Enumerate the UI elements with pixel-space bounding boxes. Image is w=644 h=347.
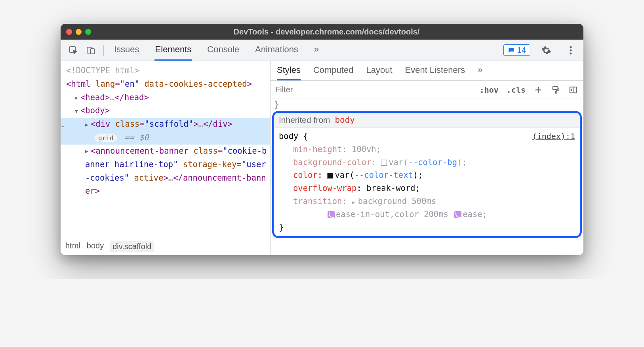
styles-subtabs: Styles Computed Layout Event Listeners » bbox=[271, 61, 583, 81]
filter-buttons: :hov .cls bbox=[474, 85, 583, 95]
html-element[interactable]: <html lang="en" data-cookies-accepted> bbox=[66, 78, 270, 91]
svg-rect-6 bbox=[553, 86, 558, 89]
subtab-styles[interactable]: Styles bbox=[277, 65, 301, 80]
tab-elements[interactable]: Elements bbox=[154, 40, 192, 61]
device-toggle-icon[interactable] bbox=[85, 45, 96, 56]
inspect-icon[interactable] bbox=[68, 45, 79, 56]
traffic-lights bbox=[66, 29, 91, 35]
styles-body: } Inherited from body body { (index):1 m… bbox=[271, 99, 583, 255]
filter-input[interactable] bbox=[271, 81, 474, 99]
hov-toggle[interactable]: :hov bbox=[480, 85, 499, 95]
maximize-icon[interactable] bbox=[85, 29, 91, 35]
svg-rect-2 bbox=[91, 49, 94, 54]
issues-count: 14 bbox=[517, 46, 526, 55]
close-icon[interactable] bbox=[66, 29, 72, 35]
tabs-overflow-icon[interactable]: » bbox=[313, 40, 320, 61]
devtools-window: DevTools - developer.chrome.com/docs/dev… bbox=[61, 24, 583, 255]
selected-element[interactable]: ▶<div class="scaffold">…</div> grid == $… bbox=[61, 118, 270, 145]
tab-animations[interactable]: Animations bbox=[254, 40, 299, 61]
message-icon bbox=[508, 47, 515, 54]
main-toolbar: Issues Elements Console Animations » 14 bbox=[61, 40, 583, 61]
paint-icon[interactable] bbox=[551, 85, 560, 95]
subtab-computed[interactable]: Computed bbox=[313, 65, 354, 80]
elements-panel: <!DOCTYPE html> <html lang="en" data-coo… bbox=[61, 61, 271, 255]
svg-rect-7 bbox=[555, 91, 557, 93]
separator bbox=[103, 45, 104, 56]
rule-above-close: } bbox=[271, 99, 583, 110]
styles-panel: Styles Computed Layout Event Listeners »… bbox=[271, 61, 583, 255]
doctype[interactable]: <!DOCTYPE html> bbox=[66, 64, 270, 78]
body-element[interactable]: ▼<body> bbox=[66, 104, 270, 118]
content-area: <!DOCTYPE html> <html lang="en" data-coo… bbox=[61, 61, 583, 255]
issues-badge[interactable]: 14 bbox=[503, 44, 530, 56]
dom-tree[interactable]: <!DOCTYPE html> <html lang="en" data-coo… bbox=[61, 61, 270, 238]
color-swatch-icon[interactable] bbox=[381, 160, 387, 166]
cls-toggle[interactable]: .cls bbox=[507, 85, 526, 95]
crumb-scaffold[interactable]: div.scaffold bbox=[110, 241, 154, 252]
bezier-icon[interactable] bbox=[328, 211, 335, 218]
subtab-layout[interactable]: Layout bbox=[366, 65, 392, 80]
toolbar-right: 14 bbox=[503, 44, 579, 56]
grid-badge[interactable]: grid bbox=[94, 134, 118, 142]
svg-point-4 bbox=[570, 49, 572, 51]
source-link[interactable]: (index):1 bbox=[532, 130, 575, 143]
selector[interactable]: body bbox=[279, 132, 298, 141]
plus-icon[interactable] bbox=[533, 85, 543, 95]
color-swatch-icon[interactable] bbox=[327, 173, 333, 179]
panel-toggle-icon[interactable] bbox=[568, 85, 578, 95]
tab-console[interactable]: Console bbox=[206, 40, 240, 61]
bezier-icon[interactable] bbox=[454, 211, 461, 218]
minimize-icon[interactable] bbox=[76, 29, 82, 35]
gear-icon[interactable] bbox=[541, 45, 552, 56]
svg-point-3 bbox=[570, 46, 572, 48]
head-element[interactable]: ▶<head>…</head> bbox=[66, 91, 270, 105]
css-rule[interactable]: body { (index):1 min-height: 100vh; back… bbox=[274, 128, 580, 236]
svg-point-5 bbox=[570, 52, 572, 54]
subtabs-overflow-icon[interactable]: » bbox=[478, 65, 482, 80]
filter-row: :hov .cls bbox=[271, 81, 583, 99]
inherit-header: Inherited from body bbox=[274, 113, 580, 128]
kebab-icon[interactable] bbox=[565, 45, 576, 56]
titlebar: DevTools - developer.chrome.com/docs/dev… bbox=[61, 24, 583, 40]
crumb-html[interactable]: html bbox=[65, 241, 80, 252]
highlighted-rule: Inherited from body body { (index):1 min… bbox=[272, 111, 582, 238]
subtab-event-listeners[interactable]: Event Listeners bbox=[405, 65, 465, 80]
dollar-zero: == $0 bbox=[124, 133, 149, 142]
panel-tabs: Issues Elements Console Animations » bbox=[113, 40, 320, 61]
inherit-from[interactable]: body bbox=[335, 115, 355, 125]
banner-element[interactable]: ▶<announcement-banner class="cookie-bann… bbox=[66, 145, 270, 198]
tab-issues[interactable]: Issues bbox=[113, 40, 140, 61]
breadcrumbs[interactable]: html body div.scaffold bbox=[61, 238, 270, 255]
crumb-body[interactable]: body bbox=[87, 241, 104, 252]
window-title: DevTools - developer.chrome.com/docs/dev… bbox=[99, 27, 578, 36]
